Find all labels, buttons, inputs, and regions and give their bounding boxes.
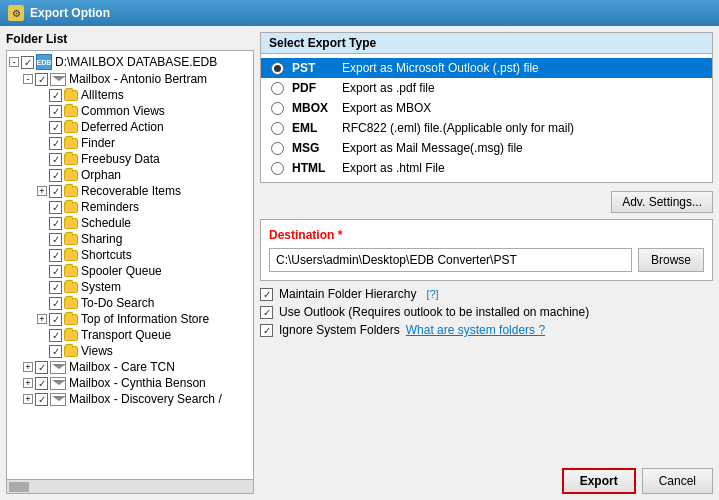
expand-icon-mailbox-cynthia[interactable]: + <box>23 378 33 388</box>
radio-msg[interactable] <box>271 142 284 155</box>
folder-list-label: Folder List <box>6 32 254 46</box>
tree-item-transport[interactable]: Transport Queue <box>9 327 251 343</box>
folder-icon-recoverable <box>64 186 78 197</box>
folder-icon-common-views <box>64 106 78 117</box>
tree-item-orphan[interactable]: Orphan <box>9 167 251 183</box>
tree-item-freebusy[interactable]: Freebusy Data <box>9 151 251 167</box>
checkbox-option-ignore-system[interactable] <box>260 324 273 337</box>
tree-item-sharing[interactable]: Sharing <box>9 231 251 247</box>
option-name-pst: PST <box>292 61 342 75</box>
tree-item-system[interactable]: System <box>9 279 251 295</box>
tree-item-allitems[interactable]: AllItems <box>9 87 251 103</box>
export-option-pdf[interactable]: PDFExport as .pdf file <box>261 78 712 98</box>
help-link-folder-hierarchy[interactable]: [?] <box>426 288 438 300</box>
checkbox-edb[interactable] <box>21 56 34 69</box>
tree-item-views[interactable]: Views <box>9 343 251 359</box>
tree-label-mailbox-discovery: Mailbox - Discovery Search / <box>69 392 222 406</box>
tree-item-mailbox-cynthia[interactable]: +Mailbox - Cynthia Benson <box>9 375 251 391</box>
export-option-msg[interactable]: MSGExport as Mail Message(.msg) file <box>261 138 712 158</box>
tree-item-recoverable[interactable]: +Recoverable Items <box>9 183 251 199</box>
adv-settings-button[interactable]: Adv. Settings... <box>611 191 713 213</box>
tree-item-reminders[interactable]: Reminders <box>9 199 251 215</box>
cancel-button[interactable]: Cancel <box>642 468 713 494</box>
checkbox-mailbox-cynthia[interactable] <box>35 377 48 390</box>
export-button[interactable]: Export <box>562 468 636 494</box>
option-desc-html: Export as .html File <box>342 161 445 175</box>
checkbox-mailbox-care[interactable] <box>35 361 48 374</box>
checkbox-option-use-outlook[interactable] <box>260 306 273 319</box>
option-text-use-outlook: Use Outlook (Requires outlook to be inst… <box>279 305 589 319</box>
tree-item-mailbox-discovery[interactable]: +Mailbox - Discovery Search / <box>9 391 251 407</box>
export-option-pst[interactable]: PSTExport as Microsoft Outlook (.pst) fi… <box>261 58 712 78</box>
export-option-html[interactable]: HTMLExport as .html File <box>261 158 712 178</box>
checkbox-reminders[interactable] <box>49 201 62 214</box>
checkbox-deferred-action[interactable] <box>49 121 62 134</box>
tree-item-deferred-action[interactable]: Deferred Action <box>9 119 251 135</box>
checkbox-sharing[interactable] <box>49 233 62 246</box>
tree-item-edb[interactable]: -EDBD:\MAILBOX DATABASE.EDB <box>9 53 251 71</box>
checkbox-freebusy[interactable] <box>49 153 62 166</box>
tree-label-deferred-action: Deferred Action <box>81 120 164 134</box>
export-type-section: Select Export Type PSTExport as Microsof… <box>260 32 713 183</box>
folder-icon-deferred-action <box>64 122 78 133</box>
checkbox-views[interactable] <box>49 345 62 358</box>
tree-label-mailbox-care: Mailbox - Care TCN <box>69 360 175 374</box>
expand-icon-recoverable[interactable]: + <box>37 186 47 196</box>
checkbox-common-views[interactable] <box>49 105 62 118</box>
mailbox-icon-mailbox-discovery <box>50 393 66 406</box>
export-option-eml[interactable]: EMLRFC822 (.eml) file.(Applicable only f… <box>261 118 712 138</box>
checkbox-shortcuts[interactable] <box>49 249 62 262</box>
horizontal-scrollbar[interactable] <box>6 480 254 494</box>
expand-icon-edb[interactable]: - <box>9 57 19 67</box>
checkbox-option-folder-hierarchy[interactable] <box>260 288 273 301</box>
checkbox-schedule[interactable] <box>49 217 62 230</box>
checkbox-allitems[interactable] <box>49 89 62 102</box>
option-desc-msg: Export as Mail Message(.msg) file <box>342 141 523 155</box>
destination-input[interactable] <box>269 248 632 272</box>
export-option-mbox[interactable]: MBOXExport as MBOX <box>261 98 712 118</box>
tree-label-common-views: Common Views <box>81 104 165 118</box>
tree-label-edb: D:\MAILBOX DATABASE.EDB <box>55 55 217 69</box>
tree-item-top-info[interactable]: +Top of Information Store <box>9 311 251 327</box>
tree-item-todo[interactable]: To-Do Search <box>9 295 251 311</box>
radio-eml[interactable] <box>271 122 284 135</box>
destination-section: Destination * Browse <box>260 219 713 281</box>
folder-tree[interactable]: -EDBD:\MAILBOX DATABASE.EDB-Mailbox - An… <box>6 50 254 480</box>
radio-mbox[interactable] <box>271 102 284 115</box>
radio-html[interactable] <box>271 162 284 175</box>
option-name-pdf: PDF <box>292 81 342 95</box>
export-options-list: PSTExport as Microsoft Outlook (.pst) fi… <box>261 54 712 182</box>
expand-icon-mailbox-discovery[interactable]: + <box>23 394 33 404</box>
option-row-use-outlook: Use Outlook (Requires outlook to be inst… <box>260 305 713 319</box>
tree-label-sharing: Sharing <box>81 232 122 246</box>
checkbox-top-info[interactable] <box>49 313 62 326</box>
tree-label-views: Views <box>81 344 113 358</box>
tree-item-common-views[interactable]: Common Views <box>9 103 251 119</box>
link-ignore-system[interactable]: What are system folders ? <box>406 323 545 337</box>
expand-icon-mailbox-care[interactable]: + <box>23 362 33 372</box>
browse-button[interactable]: Browse <box>638 248 704 272</box>
checkbox-system[interactable] <box>49 281 62 294</box>
expand-icon-mailbox-antonio[interactable]: - <box>23 74 33 84</box>
checkbox-transport[interactable] <box>49 329 62 342</box>
tree-item-mailbox-antonio[interactable]: -Mailbox - Antonio Bertram <box>9 71 251 87</box>
option-desc-pdf: Export as .pdf file <box>342 81 435 95</box>
checkbox-recoverable[interactable] <box>49 185 62 198</box>
tree-item-shortcuts[interactable]: Shortcuts <box>9 247 251 263</box>
checkbox-orphan[interactable] <box>49 169 62 182</box>
tree-item-spooler[interactable]: Spooler Queue <box>9 263 251 279</box>
tree-item-mailbox-care[interactable]: +Mailbox - Care TCN <box>9 359 251 375</box>
title-bar: ⚙ Export Option <box>0 0 719 26</box>
checkbox-finder[interactable] <box>49 137 62 150</box>
checkbox-spooler[interactable] <box>49 265 62 278</box>
checkbox-mailbox-antonio[interactable] <box>35 73 48 86</box>
radio-pst[interactable] <box>271 62 284 75</box>
checkbox-todo[interactable] <box>49 297 62 310</box>
tree-label-mailbox-antonio: Mailbox - Antonio Bertram <box>69 72 207 86</box>
tree-item-schedule[interactable]: Schedule <box>9 215 251 231</box>
checkbox-mailbox-discovery[interactable] <box>35 393 48 406</box>
tree-item-finder[interactable]: Finder <box>9 135 251 151</box>
expand-icon-top-info[interactable]: + <box>37 314 47 324</box>
tree-label-shortcuts: Shortcuts <box>81 248 132 262</box>
radio-pdf[interactable] <box>271 82 284 95</box>
